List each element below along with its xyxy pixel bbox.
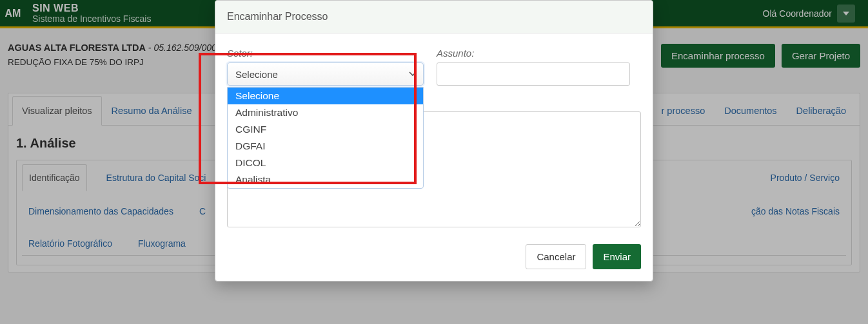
cancel-button[interactable]: Cancelar [526,244,586,269]
option-dgfai[interactable]: DGFAI [228,138,423,155]
modal-body: Setor: Selecione Selecione Administrativ… [215,33,653,236]
modal-footer: Cancelar Enviar [215,236,653,281]
assunto-group: Assunto: [437,48,630,86]
setor-select[interactable]: Selecione Selecione Administrativo CGINF… [227,62,424,86]
assunto-label: Assunto: [437,48,630,59]
chevron-down-icon [409,71,417,77]
assunto-input[interactable] [437,62,630,86]
setor-select-button[interactable]: Selecione [227,62,424,86]
modal-header: Encaminhar Processo [215,1,653,33]
setor-label: Setor: [227,48,424,59]
form-row: Setor: Selecione Selecione Administrativ… [227,48,641,86]
submit-button[interactable]: Enviar [593,244,641,269]
option-analista[interactable]: Analista [228,171,423,188]
setor-group: Setor: Selecione Selecione Administrativ… [227,48,424,86]
option-administrativo[interactable]: Administrativo [228,104,423,121]
option-dicol[interactable]: DICOL [228,155,423,171]
option-selecione[interactable]: Selecione [228,88,423,104]
setor-options: Selecione Administrativo CGINF DGFAI DIC… [227,87,424,189]
forward-process-modal: Encaminhar Processo Setor: Selecione Sel… [215,0,653,281]
modal-title: Encaminhar Processo [227,11,641,23]
option-cginf[interactable]: CGINF [228,121,423,138]
setor-select-value: Selecione [235,69,278,80]
